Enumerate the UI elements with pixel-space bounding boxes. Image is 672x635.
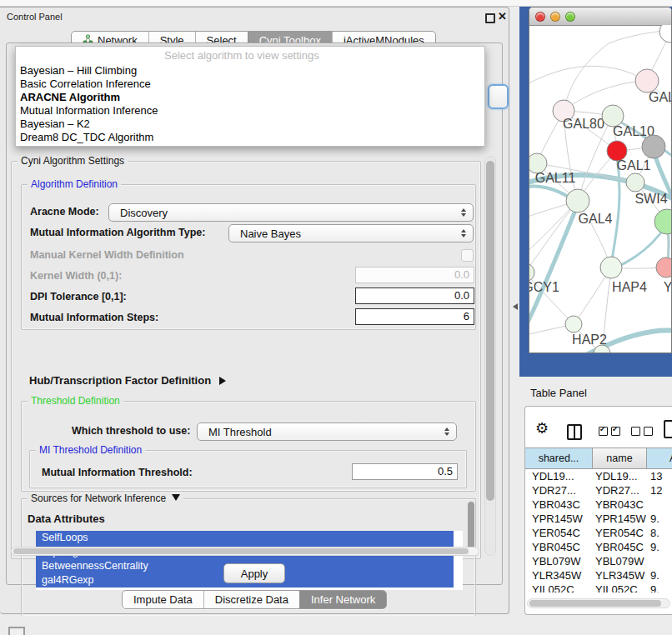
table-cell: 9. <box>647 512 672 526</box>
tab-discretize-data[interactable]: Discretize Data <box>203 591 299 608</box>
dpi-tolerance-field[interactable]: 0.0 <box>355 288 474 304</box>
node-label: Y <box>664 280 671 294</box>
table-header: shared...nameA <box>525 448 672 469</box>
settings-gear-icon[interactable]: ⚙ <box>535 421 549 436</box>
network-node-y[interactable] <box>656 258 671 278</box>
apply-button[interactable]: Apply <box>223 563 285 583</box>
network-edge[interactable] <box>564 81 647 111</box>
network-edge[interactable] <box>529 204 578 329</box>
aracne-mode-select[interactable]: Discovery <box>108 203 474 222</box>
scrollbar-thumb[interactable] <box>486 161 494 501</box>
attributes-list-scrollbar[interactable] <box>468 502 474 553</box>
minimize-window-icon[interactable] <box>550 12 560 22</box>
table-row[interactable]: YDR27...YDR27...12 <box>525 483 672 498</box>
column-view-icon[interactable] <box>567 424 582 440</box>
network-node[interactable] <box>659 25 671 42</box>
table-cell: YDR27... <box>593 483 647 498</box>
table-row[interactable]: YLR345WYLR345W9. <box>525 568 672 582</box>
close-window-icon[interactable] <box>535 12 545 22</box>
which-threshold-value: MI Threshold <box>208 426 272 438</box>
settings-vertical-scrollbar[interactable] <box>484 156 496 556</box>
network-node-gal4[interactable] <box>566 189 589 212</box>
algorithm-option-bayesian-k2[interactable]: Bayesian – K2 <box>16 118 484 131</box>
network-edge[interactable] <box>529 66 647 85</box>
table-row[interactable]: YER054CYER054C8. <box>525 526 672 540</box>
column-header-shared-[interactable]: shared... <box>525 448 593 468</box>
network-node-gcy1[interactable] <box>529 263 534 282</box>
scrollbar-thumb[interactable] <box>13 548 469 554</box>
network-node-hap4[interactable] <box>600 257 622 278</box>
close-icon[interactable]: ✕ <box>498 10 507 22</box>
mi-threshold-definition-group: MI Threshold Definition Mutual Informati… <box>29 450 467 488</box>
deselect-checkboxes-icon[interactable] <box>631 427 653 436</box>
settings-horizontal-scrollbar[interactable] <box>11 547 479 556</box>
table-row[interactable]: YDL19...YDL19...13 <box>525 469 672 483</box>
table-row[interactable]: YIL052CYIL052C9. <box>525 582 672 592</box>
dpi-tolerance-label: DPI Tolerance [0,1]: <box>30 291 127 302</box>
column-header-a[interactable]: A <box>647 448 672 468</box>
algorithm-selector-button[interactable] <box>488 84 509 109</box>
algorithm-option-aracne-algorithm[interactable]: ARACNE Algorithm <box>16 91 484 104</box>
node-label: GAL4 <box>579 212 613 226</box>
network-edge[interactable] <box>564 43 609 111</box>
float-window-icon[interactable] <box>485 13 495 23</box>
scrollbar-thumb[interactable] <box>529 600 661 607</box>
control-panel-title: Control Panel <box>7 12 63 22</box>
network-node-gal[interactable] <box>635 69 659 92</box>
algorithm-definition-legend: Algorithm Definition <box>28 178 121 190</box>
table-body: YDL19...YDL19...13YDR27...YDR27...12YBR0… <box>525 469 672 592</box>
network-node-hap2[interactable] <box>565 316 582 332</box>
table-cell: 13 <box>647 469 672 483</box>
select-all-checkboxes-icon[interactable] <box>599 427 620 436</box>
manual-kernel-width-checkbox[interactable] <box>461 249 474 262</box>
new-table-icon[interactable] <box>664 420 672 438</box>
sources-legend[interactable]: Sources for Network Inference <box>28 492 183 504</box>
network-node-swi4[interactable] <box>626 173 644 192</box>
tab-impute-data[interactable]: Impute Data <box>123 591 203 608</box>
table-horizontal-scrollbar[interactable] <box>527 598 670 608</box>
node-label: SWI4 <box>634 192 667 206</box>
table-row[interactable]: YBR045CYBR045C9. <box>525 540 672 554</box>
table-cell: YBR043C <box>525 498 593 512</box>
table-row[interactable]: YBR043CYBR043C <box>525 498 672 512</box>
table-cell: 12 <box>647 483 672 498</box>
hub-definition-toggle[interactable]: Hub/Transcription Factor Definition <box>29 374 226 387</box>
table-cell: YBR045C <box>525 540 593 554</box>
algorithm-option-bayesian-hill-climbing[interactable]: Bayesian – Hill Climbing <box>16 64 484 78</box>
mi-threshold-field[interactable]: 0.5 <box>352 463 458 480</box>
network-window-titlebar[interactable] <box>529 8 671 26</box>
which-threshold-select[interactable]: MI Threshold <box>197 422 457 441</box>
mi-algorithm-type-select[interactable]: Naive Bayes <box>228 224 474 242</box>
table-row[interactable]: YPR145WYPR145W9. <box>525 512 672 526</box>
column-header-name[interactable]: name <box>593 448 647 468</box>
algorithm-option-mutual-information-inference[interactable]: Mutual Information Inference <box>16 104 484 118</box>
table-panel: ⚙ shared...nameA YDL19...YDL19...13YDR27… <box>524 406 672 615</box>
attribute-option-selfloops[interactable]: SelfLoops <box>36 531 454 545</box>
panel-splitter-arrow[interactable] <box>513 303 518 310</box>
top-strip <box>0 0 672 7</box>
algorithm-placeholder: Select algorithm to view settings <box>164 49 319 62</box>
zoom-window-icon[interactable] <box>565 12 575 22</box>
network-edge[interactable] <box>611 157 619 265</box>
network-node[interactable] <box>642 135 665 158</box>
kernel-width-field[interactable]: 0.0 <box>355 267 474 283</box>
table-cell: YBR043C <box>593 498 647 512</box>
minimized-panel-icon[interactable] <box>8 627 25 635</box>
table-cell: YIL052C <box>525 582 593 592</box>
algorithm-options-list: Bayesian – Hill ClimbingBasic Correlatio… <box>16 64 484 144</box>
tab-infer-network[interactable]: Infer Network <box>299 591 386 608</box>
network-graph[interactable]: GALGAL80GAL10GAL1GAL11SWI4GAL4GCY1HAP4YH… <box>529 25 671 353</box>
table-cell: YER054C <box>593 526 647 540</box>
mi-steps-field[interactable]: 6 <box>355 308 474 325</box>
tab-label: Infer Network <box>311 593 375 606</box>
table-cell: 9. <box>647 582 672 592</box>
network-node[interactable] <box>654 209 671 234</box>
algorithm-option-dream8-dc-tdc-algorithm[interactable]: Dream8 DC_TDC Algorithm <box>16 131 484 144</box>
expand-right-icon <box>219 377 226 385</box>
mi-algorithm-type-value: Naive Bayes <box>240 228 301 240</box>
desktop: { "app": { "control_panel_title": "Contr… <box>0 0 672 635</box>
table-cell: YLR345W <box>525 568 593 582</box>
table-cell: 8. <box>647 526 672 540</box>
table-row[interactable]: YBL079WYBL079W <box>525 554 672 568</box>
algorithm-option-basic-correlation-inference[interactable]: Basic Correlation Inference <box>16 78 484 91</box>
